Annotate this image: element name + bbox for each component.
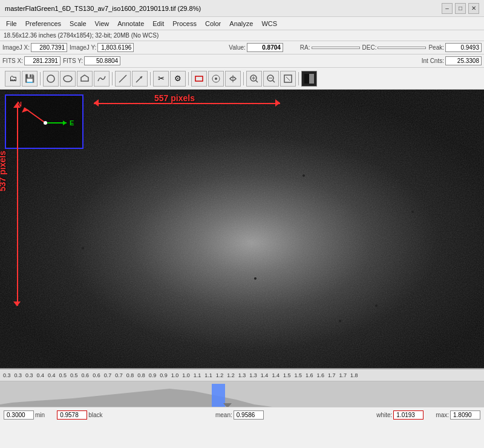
menu-file[interactable]: File: [2, 19, 21, 28]
coords-bar-1: ImageJ X: 280.7391 ImageJ Y: 1,803.6196 …: [0, 41, 484, 54]
imagej-x-label: ImageJ X:: [2, 44, 30, 51]
star-dot: [254, 277, 257, 280]
menu-scale[interactable]: Scale: [66, 19, 90, 28]
menu-preferences[interactable]: Preferences: [22, 19, 65, 28]
histogram-canvas[interactable]: [0, 381, 484, 407]
mean-value: 0.9586: [234, 410, 264, 420]
histogram-svg: [0, 381, 484, 407]
svg-text:E: E: [70, 119, 74, 127]
int-cnts-value: 25.3308: [445, 56, 482, 65]
info-text: 18.56x12.36 inches (2784x1854); 32-bit; …: [4, 32, 159, 39]
star-dot: [375, 305, 378, 307]
svg-point-1: [64, 76, 72, 82]
ellipse-tool-button[interactable]: [60, 71, 76, 87]
black-value: 0.9578: [57, 410, 87, 420]
zoom-fit-button[interactable]: [280, 71, 296, 87]
measure-h-arrow-left: [94, 99, 99, 107]
menu-edit[interactable]: Edit: [149, 19, 168, 28]
menu-annotate[interactable]: Annotate: [114, 19, 148, 28]
close-button[interactable]: ✕: [468, 3, 479, 14]
save-button[interactable]: 💾: [22, 71, 38, 87]
svg-marker-26: [63, 120, 67, 125]
zoom-out-button[interactable]: [263, 71, 279, 87]
value-value: 0.8704: [247, 43, 283, 52]
white-label: white:: [376, 412, 392, 418]
zoom-in-button[interactable]: [246, 71, 262, 87]
toolbar-separator-6: [298, 72, 299, 85]
catalog-button[interactable]: [208, 71, 224, 87]
fits-x-value: 281.2391: [24, 56, 60, 65]
freehand-tool-button[interactable]: [94, 71, 110, 87]
measure-v-label: 537 pixels: [0, 151, 7, 191]
ra-label: RA:: [300, 44, 310, 51]
black-level-button[interactable]: [301, 71, 317, 87]
svg-point-8: [215, 77, 217, 80]
dec-value: [378, 47, 426, 49]
int-cnts-label: Int Cnts:: [422, 58, 444, 64]
wcs-button[interactable]: [225, 71, 241, 87]
maximize-button[interactable]: □: [455, 3, 466, 14]
toolbar-separator-4: [188, 72, 189, 85]
svg-rect-29: [212, 384, 225, 407]
fits-y-value: 50.8804: [84, 56, 120, 65]
svg-rect-6: [195, 76, 203, 81]
toolbar-separator-1: [40, 72, 41, 85]
menu-analyze[interactable]: Analyze: [226, 19, 257, 28]
title-bar: masterFlatGreen1_6D_TS130_av7_iso1600_20…: [0, 0, 484, 17]
star-dot: [175, 350, 178, 352]
menu-view[interactable]: View: [91, 19, 113, 28]
svg-marker-2: [81, 75, 88, 81]
imagej-y-value: 1,803.6196: [97, 43, 134, 52]
min-value: 0.3000: [4, 410, 34, 420]
minimize-button[interactable]: –: [442, 3, 453, 14]
fits-x-label: FITS X:: [2, 58, 23, 64]
white-value: 1.0193: [393, 410, 424, 420]
mean-label: mean:: [215, 412, 232, 418]
svg-line-15: [273, 81, 275, 82]
polygon-tool-button[interactable]: [77, 71, 93, 87]
min-label: min: [35, 412, 45, 418]
menu-bar: File Preferences Scale View Annotate Edi…: [0, 17, 484, 30]
star-dot: [339, 320, 341, 322]
roi-button[interactable]: [191, 71, 207, 87]
histogram-scale: 0.3 0.3 0.3 0.4 0.4 0.5 0.5 0.6 0.6 0.7 …: [0, 369, 484, 381]
max-label: max:: [436, 412, 449, 418]
line-tool-button[interactable]: [115, 71, 131, 87]
value-label: Value:: [229, 44, 246, 51]
svg-point-0: [47, 75, 54, 82]
black-label: black: [88, 412, 102, 418]
svg-line-18: [286, 77, 290, 81]
peak-label: Peak:: [428, 44, 444, 51]
svg-rect-20: [309, 74, 314, 84]
svg-marker-23: [22, 108, 29, 113]
circle-tool-button[interactable]: [43, 71, 59, 87]
fits-y-label: FITS Y:: [63, 58, 83, 64]
toolbar: 🗂 💾 ✂ ⚙: [0, 68, 484, 90]
info-bar: 18.56x12.36 inches (2784x1854); 32-bit; …: [0, 30, 484, 41]
open-file-button[interactable]: 🗂: [5, 71, 21, 87]
svg-line-3: [119, 75, 126, 82]
ra-value: [312, 47, 360, 49]
measure-h-line: [94, 103, 280, 104]
measure-v-arrow-bottom: [13, 301, 21, 306]
settings-button[interactable]: ⚙: [170, 71, 186, 87]
window-title: masterFlatGreen1_6D_TS130_av7_iso1600_20…: [5, 5, 201, 12]
coords-bar-2: FITS X: 281.2391 FITS Y: 50.8804 Int Cnt…: [0, 54, 484, 68]
toolbar-separator-2: [112, 72, 113, 85]
menu-wcs[interactable]: WCS: [258, 19, 281, 28]
main-image-area[interactable]: N E 557 pixels 537 pixels: [0, 90, 484, 368]
stats-bar: 0.3000 min 0.9578 black mean: 0.9586 whi…: [0, 407, 484, 423]
arrow-tool-button[interactable]: [132, 71, 148, 87]
menu-process[interactable]: Process: [169, 19, 200, 28]
star-dot: [411, 211, 414, 213]
menu-color[interactable]: Color: [201, 19, 224, 28]
window-controls: – □ ✕: [442, 3, 479, 14]
measure-h-label: 557 pixels: [154, 93, 195, 103]
measure-h-arrow-right: [275, 99, 280, 107]
cut-button[interactable]: ✂: [153, 71, 169, 87]
svg-point-28: [44, 121, 47, 125]
imagej-y-label: ImageJ Y:: [70, 44, 96, 51]
peak-value: 0.9493: [445, 43, 482, 52]
star-dot: [139, 147, 142, 150]
measure-v-arrow-top: [13, 103, 21, 108]
